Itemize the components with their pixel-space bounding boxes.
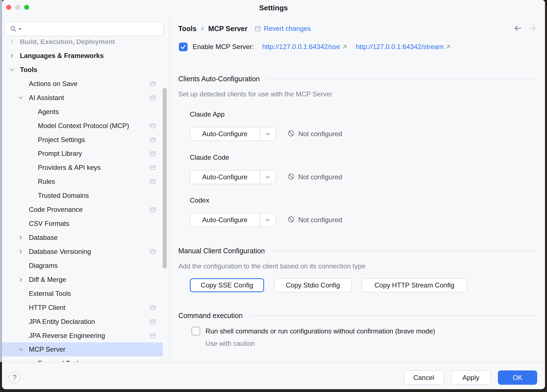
chevron-right-icon[interactable] xyxy=(18,277,24,283)
sidebar-item-tools[interactable]: Tools xyxy=(2,63,163,77)
sidebar-item-label: Database xyxy=(29,234,58,242)
history-navigation xyxy=(514,25,537,32)
screenshot-root: Settings Build, Execution, DeploymentLan… xyxy=(0,0,547,392)
section-divider xyxy=(271,250,536,251)
brave-mode-row: Run shell commands or run configurations… xyxy=(191,327,435,336)
stream-url-link[interactable]: http://127.0.0.1:64342/stream xyxy=(356,43,444,51)
enable-mcp-checkbox[interactable] xyxy=(179,43,188,51)
sidebar-item-code-provenance[interactable]: Code Provenance xyxy=(2,203,163,217)
sse-url-link[interactable]: http://127.0.0.1:64342/sse xyxy=(262,43,340,51)
frame-icon xyxy=(150,319,156,325)
client-name: Claude App xyxy=(190,110,342,119)
auto-configure-label: Auto-Configure xyxy=(190,216,260,224)
revert-changes-link[interactable]: Revert changes xyxy=(254,25,311,33)
sidebar-item-diagrams[interactable]: Diagrams xyxy=(2,259,163,273)
help-icon: ? xyxy=(13,374,17,382)
section-title: Clients Auto-Configuration xyxy=(178,75,260,83)
chevron-right-icon[interactable] xyxy=(9,40,15,45)
sidebar-item-label: Model Context Protocol (MCP) xyxy=(38,122,129,130)
chevron-down-icon[interactable] xyxy=(260,174,275,180)
forward-button[interactable] xyxy=(528,25,537,32)
copy-sse-config-button[interactable]: Copy SSE Config xyxy=(190,278,264,292)
sidebar-item-mcp-server[interactable]: MCP Server xyxy=(2,342,163,356)
frame-icon xyxy=(150,81,156,87)
sidebar-item-rules[interactable]: Rules xyxy=(2,175,163,189)
sidebar-item-diff-merge[interactable]: Diff & Merge xyxy=(2,273,163,287)
breadcrumb-tools[interactable]: Tools xyxy=(178,25,197,33)
sidebar-item-jpa-reverse-engineering[interactable]: JPA Reverse Engineering xyxy=(2,329,163,343)
settings-search-box[interactable] xyxy=(5,22,163,36)
copy-config-buttons: Copy SSE ConfigCopy Stdio ConfigCopy HTT… xyxy=(190,278,467,292)
settings-search-input[interactable] xyxy=(23,23,159,35)
sidebar-item-agents[interactable]: Agents xyxy=(2,105,163,119)
section-title: Manual Client Configuration xyxy=(178,247,265,255)
chevron-down-icon[interactable] xyxy=(260,131,275,137)
auto-configure-label: Auto-Configure xyxy=(190,130,260,138)
sidebar-item-languages-frameworks[interactable]: Languages & Frameworks xyxy=(2,49,163,63)
sidebar-item-trusted-domains[interactable]: Trusted Domains xyxy=(2,189,163,203)
sidebar-item-label: Exposed Tools xyxy=(38,359,82,362)
chevron-right-icon xyxy=(200,26,205,31)
sidebar-item-label: Diff & Merge xyxy=(29,276,66,284)
window-title: Settings xyxy=(2,4,545,12)
client-block-codex: CodexAuto-ConfigureNot configured xyxy=(190,196,342,227)
sidebar-item-actions-on-save[interactable]: Actions on Save xyxy=(2,77,163,91)
auto-configure-button[interactable]: Auto-Configure xyxy=(190,127,276,141)
cancel-button[interactable]: Cancel xyxy=(404,370,444,385)
status-label: Not configured xyxy=(298,216,342,224)
help-button[interactable]: ? xyxy=(9,372,20,383)
auto-configure-button[interactable]: Auto-Configure xyxy=(190,213,276,227)
sidebar-item-label: Agents xyxy=(38,108,59,116)
section-divider xyxy=(266,78,536,79)
sidebar-item-csv-formats[interactable]: CSV Formats xyxy=(2,217,163,231)
sidebar-item-providers-api-keys[interactable]: Providers & API keys xyxy=(2,161,163,175)
sidebar-item-label: Diagrams xyxy=(29,262,58,270)
back-button[interactable] xyxy=(514,25,522,32)
sidebar-item-database-versioning[interactable]: Database Versioning xyxy=(2,245,163,259)
brave-mode-checkbox[interactable] xyxy=(191,327,200,335)
sidebar-item-exposed-tools[interactable]: Exposed Tools xyxy=(2,356,163,362)
sidebar-item-build-execution-deployment[interactable]: Build, Execution, Deployment xyxy=(2,40,163,49)
chevron-right-icon[interactable] xyxy=(18,235,24,241)
external-link-icon xyxy=(342,44,347,50)
auto-configure-button[interactable]: Auto-Configure xyxy=(190,170,276,184)
settings-window: Settings Build, Execution, DeploymentLan… xyxy=(2,0,545,389)
chevron-right-icon[interactable] xyxy=(9,53,15,59)
breadcrumb: Tools MCP Server Revert changes xyxy=(178,24,311,33)
sidebar-item-prompt-library[interactable]: Prompt Library xyxy=(2,147,163,161)
enable-mcp-label: Enable MCP Server: xyxy=(193,43,254,51)
sidebar-scrollbar[interactable] xyxy=(163,88,167,268)
chevron-down-icon[interactable] xyxy=(18,346,24,352)
sidebar-item-project-settings[interactable]: Project Settings xyxy=(2,133,163,147)
sidebar-item-label: JPA Reverse Engineering xyxy=(29,332,105,340)
section-command-execution: Command execution xyxy=(178,311,536,320)
client-status: Not configured xyxy=(287,216,342,224)
sidebar-item-label: MCP Server xyxy=(29,345,65,353)
copy-http-stream-config-button[interactable]: Copy HTTP Stream Config xyxy=(362,278,467,292)
checkmark-icon xyxy=(179,43,188,51)
search-history-caret-icon[interactable] xyxy=(19,28,21,30)
client-status: Not configured xyxy=(287,130,342,138)
sidebar-item-http-client[interactable]: HTTP Client xyxy=(2,301,163,315)
chevron-down-icon[interactable] xyxy=(260,217,275,223)
chevron-right-icon[interactable] xyxy=(18,249,24,255)
revert-changes-label: Revert changes xyxy=(264,25,311,33)
copy-stdio-config-button[interactable]: Copy Stdio Config xyxy=(274,278,352,292)
sidebar-item-ai-assistant[interactable]: AI Assistant xyxy=(2,91,163,105)
frame-icon xyxy=(150,178,156,185)
ok-button[interactable]: OK xyxy=(498,370,537,385)
chevron-down-icon[interactable] xyxy=(9,67,15,73)
brave-mode-label: Run shell commands or run configurations… xyxy=(206,327,435,336)
sidebar-item-external-tools[interactable]: External Tools xyxy=(2,287,163,301)
section-divider xyxy=(249,315,536,316)
frame-icon xyxy=(150,150,156,157)
sidebar-item-model-context-protocol-mcp[interactable]: Model Context Protocol (MCP) xyxy=(2,119,163,133)
titlebar[interactable]: Settings xyxy=(2,0,545,16)
sidebar-item-jpa-entity-declaration[interactable]: JPA Entity Declaration xyxy=(2,315,163,329)
brave-mode-note: Use with caution xyxy=(206,340,255,347)
not-configured-icon xyxy=(287,130,295,138)
sidebar-item-database[interactable]: Database xyxy=(2,231,163,245)
chevron-down-icon[interactable] xyxy=(18,95,24,101)
apply-button[interactable]: Apply xyxy=(451,370,491,385)
frame-icon xyxy=(150,333,156,339)
